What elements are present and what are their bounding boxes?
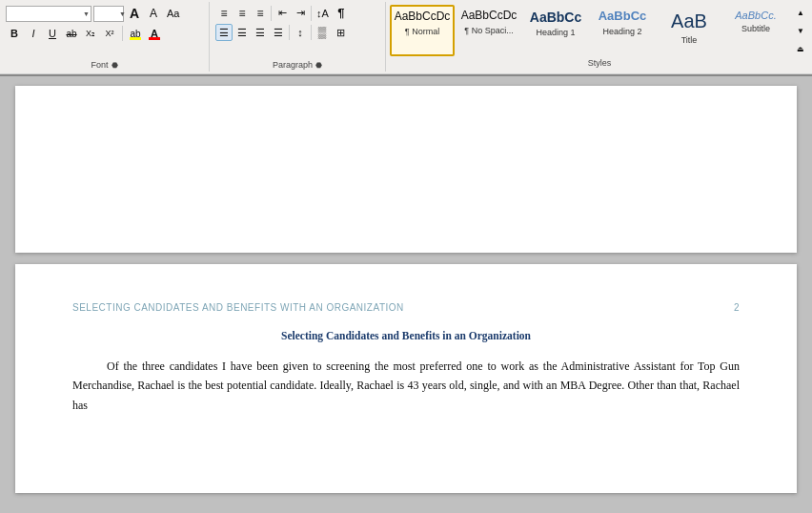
styles-expand-btn[interactable]: ⏏ [792,40,809,57]
paragraph-group-label: Paragraph ⬣ [215,59,379,72]
paragraph-expand-icon[interactable]: ⬣ [315,61,322,70]
ribbon: Calibri ▼ 12 ▼ A A Aa B I U ab [0,0,812,76]
separator5 [311,25,312,40]
style-normal-label: ¶ Normal [405,27,439,36]
decrease-indent-icon: ⇤ [278,7,287,19]
page-number: 2 [734,302,740,313]
shading-btn[interactable]: ▒ [314,24,331,41]
para-row1: ≡ ≡ ≡ ⇤ ⇥ [215,4,350,22]
multilevel-icon: ≡ [256,7,263,20]
styles-scroll: ▲ ▼ ⏏ [792,4,809,57]
multilevel-btn[interactable]: ≡ [252,5,269,22]
separator3 [311,6,312,21]
paragraph-mark-icon: ¶ [337,6,344,20]
underline-btn[interactable]: U [44,25,61,42]
justify-btn[interactable]: ☰ [270,24,287,41]
paragraph-label-text: Paragraph [273,60,313,70]
font-label-text: Font [91,60,108,70]
borders-icon: ⊞ [336,27,345,39]
numbering-icon: ≡ [238,7,245,20]
paragraph1: Of the three candidates I have been give… [72,357,740,415]
page-2: SELECTING CANDIDATES AND BENEFITS WITH A… [15,264,797,493]
page-2-title: Selecting Candidates and Benefits in an … [72,330,740,341]
font-size-combo[interactable]: 12 ▼ [93,6,124,22]
font-row1: Calibri ▼ 12 ▼ A A Aa [6,4,182,23]
style-title-preview: AaB [671,9,707,33]
ribbon-main: Calibri ▼ 12 ▼ A A Aa B I U ab [0,0,812,74]
italic-btn[interactable]: I [25,25,42,42]
align-center-btn[interactable]: ☰ [233,24,251,41]
sort-icon: ↕A [316,8,329,19]
align-right-btn[interactable]: ☰ [252,24,269,41]
style-subtitle-preview: AaBbCc. [735,9,776,22]
style-subtitle[interactable]: AaBbCc. Subtitle [723,5,788,56]
font-name-arrow[interactable]: ▼ [83,10,90,17]
bold-btn[interactable]: B [6,25,23,42]
font-size-input[interactable]: 12 [96,9,119,19]
increase-indent-icon: ⇥ [296,7,305,19]
style-subtitle-label: Subtitle [741,24,770,33]
font-group-label: Font ⬣ [6,59,203,72]
page-2-body: Of the three candidates I have been give… [72,357,740,415]
style-no-spacing-preview: AaBbCcDc [461,9,518,24]
style-heading1-label: Heading 1 [536,28,575,37]
style-heading2[interactable]: AaBbCc Heading 2 [590,5,655,56]
styles-inner: AaBbCcDc ¶ Normal AaBbCcDc ¶ No Spaci...… [390,4,809,70]
styles-cards: AaBbCcDc ¶ Normal AaBbCcDc ¶ No Spaci...… [390,4,809,57]
grow-font-btn[interactable]: A [126,4,143,23]
shading-icon: ▒ [318,26,327,39]
style-heading2-label: Heading 2 [602,27,641,36]
styles-scroll-up-btn[interactable]: ▲ [792,4,809,21]
line-spacing-icon: ↕ [297,27,303,38]
align-right-icon: ☰ [255,27,265,39]
style-normal-preview: AaBbCcDc [395,10,451,25]
subscript-btn[interactable]: X₂ [82,25,99,42]
style-title[interactable]: AaB Title [657,5,721,56]
clear-format-btn[interactable]: Aa [164,5,182,22]
separator1 [122,26,123,41]
numbering-btn[interactable]: ≡ [233,5,251,22]
font-color-bar [149,37,160,40]
align-left-icon: ☰ [219,27,229,39]
page-1 [15,86,797,253]
style-heading2-preview: AaBbCc [599,9,647,25]
paragraph-controls: ≡ ≡ ≡ ⇤ ⇥ [215,4,379,59]
align-center-icon: ☰ [237,27,247,39]
font-size-arrow[interactable]: ▼ [119,10,126,17]
styles-scroll-down-btn[interactable]: ▼ [792,22,809,39]
line-spacing-btn[interactable]: ↕ [292,24,309,41]
separator4 [289,25,290,40]
shrink-font-btn[interactable]: A [145,5,162,22]
style-heading1-preview: AaBbCc [530,9,581,26]
style-no-spacing-label: ¶ No Spaci... [464,26,513,35]
style-normal[interactable]: AaBbCcDc ¶ Normal [390,5,455,56]
paragraph-group: ≡ ≡ ≡ ⇤ ⇥ [210,2,386,72]
style-heading1[interactable]: AaBbCc Heading 1 [523,5,588,56]
strikethrough-btn[interactable]: ab [63,25,80,42]
bullets-btn[interactable]: ≡ [215,5,233,22]
style-no-spacing[interactable]: AaBbCcDc ¶ No Spaci... [457,5,521,56]
font-name-input[interactable]: Calibri [9,9,83,19]
text-highlight-btn[interactable]: ab [127,25,144,42]
page-header: SELECTING CANDIDATES AND BENEFITS WITH A… [72,302,740,313]
font-color-btn[interactable]: A [146,25,163,42]
show-formatting-btn[interactable]: ¶ [333,4,350,22]
document-area: SELECTING CANDIDATES AND BENEFITS WITH A… [0,76,812,500]
separator2 [271,6,272,21]
borders-btn[interactable]: ⊞ [332,24,349,41]
increase-indent-btn[interactable]: ⇥ [292,5,309,22]
page-header-text: SELECTING CANDIDATES AND BENEFITS WITH A… [72,302,404,313]
sort-btn[interactable]: ↕A [314,5,332,22]
styles-group: AaBbCcDc ¶ Normal AaBbCcDc ¶ No Spaci...… [386,2,812,72]
font-controls: Calibri ▼ 12 ▼ A A Aa B I U ab [6,4,203,59]
font-expand-icon[interactable]: ⬣ [112,61,118,70]
para-row2: ☰ ☰ ☰ ☰ ↕ [215,24,349,41]
font-name-combo[interactable]: Calibri ▼ [6,6,91,22]
justify-icon: ☰ [274,27,283,39]
font-group: Calibri ▼ 12 ▼ A A Aa B I U ab [0,2,210,72]
superscript-btn[interactable]: X² [101,25,118,42]
align-left-btn[interactable]: ☰ [215,24,233,41]
styles-label-text: Styles [588,58,612,68]
decrease-indent-btn[interactable]: ⇤ [274,5,291,22]
highlight-color-bar [130,37,141,40]
